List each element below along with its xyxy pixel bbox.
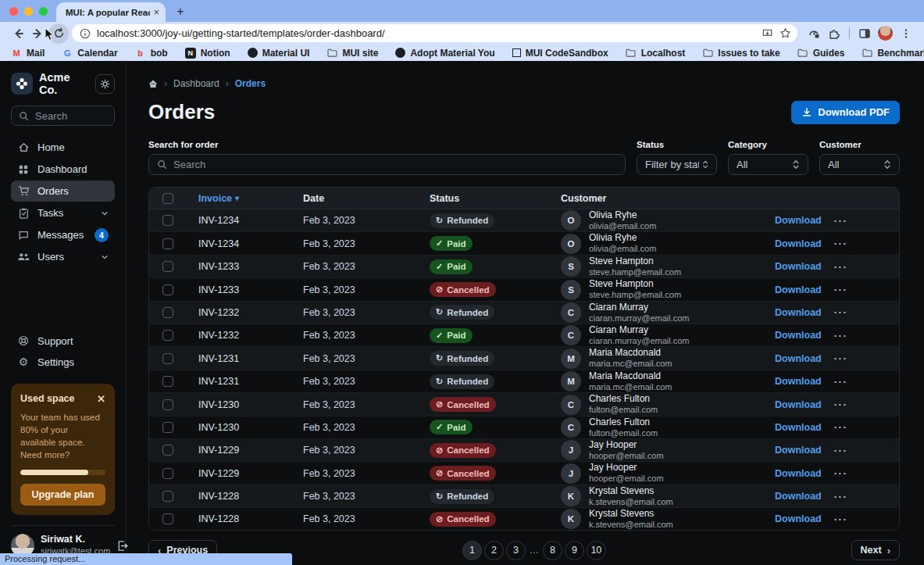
address-bar[interactable]: localhost:3000/joy-ui/getting-started/te… bbox=[72, 24, 797, 42]
more-options-icon[interactable]: ··· bbox=[834, 491, 848, 502]
more-options-icon[interactable]: ··· bbox=[834, 513, 848, 525]
row-checkbox[interactable] bbox=[162, 468, 173, 479]
row-checkbox[interactable] bbox=[162, 284, 173, 295]
bookmark-benchmarks[interactable]: Benchmarks bbox=[862, 48, 924, 59]
back-icon[interactable] bbox=[8, 23, 28, 44]
download-link[interactable]: Download bbox=[775, 376, 822, 387]
more-options-icon[interactable]: ··· bbox=[834, 284, 848, 295]
close-icon[interactable]: ✕ bbox=[97, 393, 105, 405]
sidebar-search-input[interactable]: Search bbox=[11, 105, 115, 126]
new-tab-button[interactable]: + bbox=[172, 3, 189, 20]
download-link[interactable]: Download bbox=[775, 215, 822, 226]
row-checkbox[interactable] bbox=[162, 330, 173, 341]
more-options-icon[interactable]: ··· bbox=[834, 376, 848, 388]
sidebar-item-users[interactable]: Users bbox=[11, 246, 115, 267]
more-options-icon[interactable]: ··· bbox=[834, 330, 848, 342]
page-button-10[interactable]: 10 bbox=[587, 541, 606, 560]
page-button-8[interactable]: 8 bbox=[543, 541, 562, 560]
breadcrumb-dashboard[interactable]: Dashboard bbox=[173, 78, 219, 89]
download-link[interactable]: Download bbox=[775, 513, 822, 524]
more-options-icon[interactable]: ··· bbox=[834, 467, 848, 479]
sidebar-item-orders[interactable]: Orders bbox=[11, 181, 115, 202]
upgrade-plan-button[interactable]: Upgrade plan bbox=[20, 484, 105, 506]
bookmark-localhost[interactable]: Localhost bbox=[626, 48, 686, 59]
row-checkbox[interactable] bbox=[162, 215, 173, 226]
bookmark-bob[interactable]: bbob bbox=[135, 48, 168, 59]
download-link[interactable]: Download bbox=[775, 284, 822, 295]
browser-tab[interactable]: MUI: A popular React UI fram × bbox=[56, 2, 166, 22]
acme-logo[interactable] bbox=[11, 73, 33, 95]
download-link[interactable]: Download bbox=[775, 307, 822, 318]
select-all-checkbox[interactable] bbox=[162, 193, 173, 204]
order-search-input[interactable]: Search bbox=[148, 154, 626, 175]
site-info-icon[interactable] bbox=[80, 28, 91, 39]
download-link[interactable]: Download bbox=[775, 491, 822, 502]
bookmark-guides[interactable]: Guides bbox=[797, 48, 845, 59]
download-link[interactable]: Download bbox=[775, 353, 822, 364]
row-checkbox[interactable] bbox=[162, 376, 173, 387]
row-checkbox[interactable] bbox=[162, 261, 173, 272]
row-checkbox[interactable] bbox=[162, 491, 173, 502]
row-checkbox[interactable] bbox=[162, 307, 173, 318]
extensions-icon[interactable] bbox=[824, 23, 844, 44]
install-app-icon[interactable] bbox=[762, 27, 773, 39]
sidebar-item-settings[interactable]: ⚙ Settings bbox=[11, 352, 115, 373]
sort-descending-icon[interactable]: ▾ bbox=[235, 194, 239, 202]
bookmark-mail[interactable]: MMail bbox=[11, 48, 45, 59]
bookmark-adopt-material-you[interactable]: Adopt Material You bbox=[395, 48, 494, 59]
bookmark-star-icon[interactable] bbox=[780, 27, 791, 39]
tab-close-icon[interactable]: × bbox=[153, 7, 159, 17]
sidebar-item-messages[interactable]: Messages 4 bbox=[11, 224, 115, 245]
download-link[interactable]: Download bbox=[775, 445, 822, 456]
row-checkbox[interactable] bbox=[162, 422, 173, 433]
close-window-button[interactable] bbox=[9, 7, 18, 16]
page-button-9[interactable]: 9 bbox=[565, 541, 584, 560]
more-options-icon[interactable]: ··· bbox=[834, 306, 848, 318]
sidebar-item-support[interactable]: Support bbox=[11, 331, 115, 352]
more-options-icon[interactable]: ··· bbox=[834, 238, 848, 249]
download-link[interactable]: Download bbox=[775, 330, 822, 341]
bookmark-issues-to-take[interactable]: Issues to take bbox=[702, 48, 780, 59]
bookmark-material-ui[interactable]: Material UI bbox=[248, 48, 310, 59]
maximize-window-button[interactable] bbox=[39, 7, 48, 16]
browser-menu-icon[interactable] bbox=[896, 23, 916, 44]
page-button-2[interactable]: 2 bbox=[484, 541, 504, 560]
download-pdf-button[interactable]: Download PDF bbox=[791, 101, 900, 124]
window-controls[interactable] bbox=[9, 7, 48, 16]
sidebar-item-home[interactable]: Home bbox=[11, 137, 115, 158]
category-filter-select[interactable]: All bbox=[728, 154, 808, 175]
download-link[interactable]: Download bbox=[775, 468, 822, 479]
url-text[interactable]: localhost:3000/joy-ui/getting-started/te… bbox=[97, 27, 755, 39]
status-filter-select[interactable]: Filter by status bbox=[637, 154, 717, 175]
download-link[interactable]: Download bbox=[775, 238, 822, 249]
row-checkbox[interactable] bbox=[162, 399, 173, 410]
more-options-icon[interactable]: ··· bbox=[834, 215, 848, 227]
sidebar-item-tasks[interactable]: Tasks bbox=[11, 202, 115, 223]
breadcrumb-home-icon[interactable] bbox=[148, 79, 158, 88]
breadcrumb-orders[interactable]: Orders bbox=[235, 78, 266, 89]
more-options-icon[interactable]: ··· bbox=[834, 399, 848, 410]
more-options-icon[interactable]: ··· bbox=[834, 445, 848, 456]
column-header-invoice[interactable]: Invoice▾ bbox=[187, 193, 291, 204]
sidebar-item-dashboard[interactable]: Dashboard bbox=[11, 159, 115, 180]
download-link[interactable]: Download bbox=[775, 261, 822, 272]
browser-profile-avatar[interactable] bbox=[878, 26, 893, 41]
more-options-icon[interactable]: ··· bbox=[834, 261, 848, 273]
download-link[interactable]: Download bbox=[775, 399, 822, 410]
customer-filter-select[interactable]: All bbox=[819, 154, 900, 175]
bookmark-mui-codesandbox[interactable]: MUI CodeSandbox bbox=[512, 48, 608, 59]
theme-toggle-button[interactable] bbox=[95, 74, 115, 94]
minimize-window-button[interactable] bbox=[24, 7, 33, 16]
side-panel-icon[interactable] bbox=[854, 23, 875, 44]
row-checkbox[interactable] bbox=[162, 513, 173, 524]
page-button-1[interactable]: 1 bbox=[462, 541, 482, 560]
bookmark-notion[interactable]: NNotion bbox=[185, 48, 230, 59]
download-link[interactable]: Download bbox=[775, 422, 822, 433]
row-checkbox[interactable] bbox=[162, 238, 173, 249]
page-button-3[interactable]: 3 bbox=[506, 541, 526, 560]
next-page-button[interactable]: Next› bbox=[851, 540, 900, 560]
row-checkbox[interactable] bbox=[162, 445, 173, 456]
more-options-icon[interactable]: ··· bbox=[834, 421, 848, 433]
bookmark-calendar[interactable]: GCalendar bbox=[62, 48, 117, 59]
performance-icon[interactable] bbox=[804, 23, 824, 44]
